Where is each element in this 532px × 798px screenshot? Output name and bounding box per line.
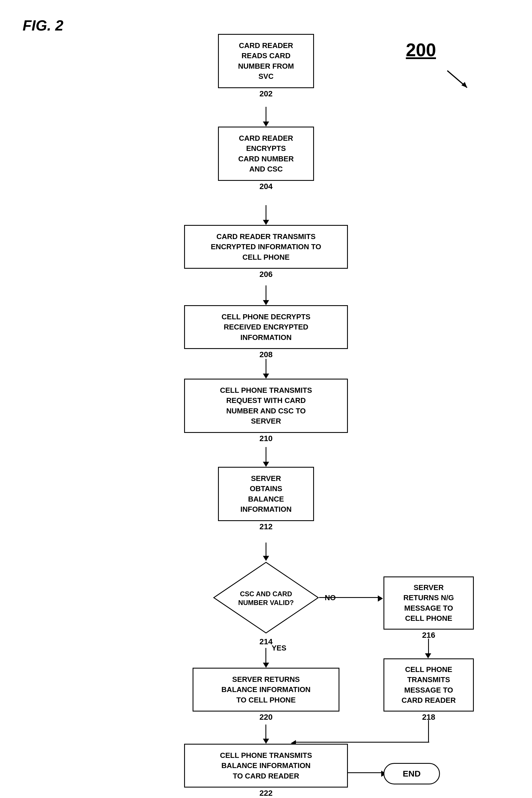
step-204-box: CARD READER ENCRYPTS CARD NUMBER AND CSC	[218, 127, 314, 181]
step-208-number: 208	[184, 350, 348, 359]
arrow-202-204	[266, 107, 267, 124]
arrow-218-end-v	[428, 720, 429, 743]
step-212-number: 212	[218, 522, 314, 531]
page: FIG. 2 200 CARD READER READS CARD NUMBER…	[0, 0, 532, 798]
svg-marker-12	[263, 663, 269, 668]
svg-marker-3	[263, 220, 269, 225]
diagram-number: 200	[406, 40, 436, 60]
step-204-number: 204	[218, 182, 314, 191]
step-208-box: CELL PHONE DECRYPTS RECEIVED ENCRYPTED I…	[184, 305, 348, 349]
step-222-box: CELL PHONE TRANSMITS BALANCE INFORMATION…	[184, 744, 348, 787]
arrow-218-end-h	[294, 742, 429, 743]
step-210-number: 210	[184, 434, 348, 443]
end-oval: END	[383, 763, 440, 784]
step-216-box: SERVER RETURNS N/G MESSAGE TO CELL PHONE	[383, 576, 474, 630]
arrow-206-208	[266, 285, 267, 302]
step-212-box: SERVER OBTAINS BALANCE INFORMATION	[218, 467, 314, 521]
step-202-box: CARD READER READS CARD NUMBER FROM SVC	[218, 34, 314, 88]
svg-marker-5	[263, 374, 269, 379]
svg-marker-2	[263, 122, 269, 127]
arrow-yes-down	[265, 648, 266, 665]
svg-marker-13	[263, 739, 269, 744]
arrow-no-horizontal	[319, 597, 381, 598]
step-220-box: SERVER RETURNS BALANCE INFORMATION TO CE…	[193, 668, 339, 711]
step-218-box: CELL PHONE TRANSMITS MESSAGE TO CARD REA…	[383, 658, 474, 711]
step-210-box: CELL PHONE TRANSMITS REQUEST WITH CARD N…	[184, 379, 348, 433]
step-214-number: 214	[260, 637, 273, 646]
step-222-number: 222	[184, 789, 348, 798]
step-216-number: 216	[383, 631, 474, 640]
arrow-222-end-h	[348, 772, 385, 773]
step-206-number: 206	[184, 270, 348, 279]
svg-marker-6	[263, 462, 269, 467]
step-206-box: CARD READER TRANSMITS ENCRYPTED INFORMAT…	[184, 225, 348, 269]
diagram-arrow	[444, 65, 478, 94]
arrow-204-206	[266, 205, 267, 222]
svg-marker-4	[263, 300, 269, 305]
svg-marker-10	[425, 653, 431, 658]
step-214-diamond: CSC AND CARD NUMBER VALID? 214	[212, 561, 320, 635]
yes-label: YES	[272, 644, 286, 652]
figure-label: FIG. 2	[23, 17, 63, 34]
svg-marker-7	[263, 556, 269, 561]
arrow-216-218	[428, 638, 429, 655]
step-202-number: 202	[218, 89, 314, 98]
step-214-text: CSC AND CARD NUMBER VALID?	[229, 590, 303, 607]
arrow-210-212	[266, 447, 267, 464]
svg-marker-9	[378, 595, 383, 601]
step-220-number: 220	[193, 713, 339, 722]
arrow-208-210	[266, 359, 267, 376]
